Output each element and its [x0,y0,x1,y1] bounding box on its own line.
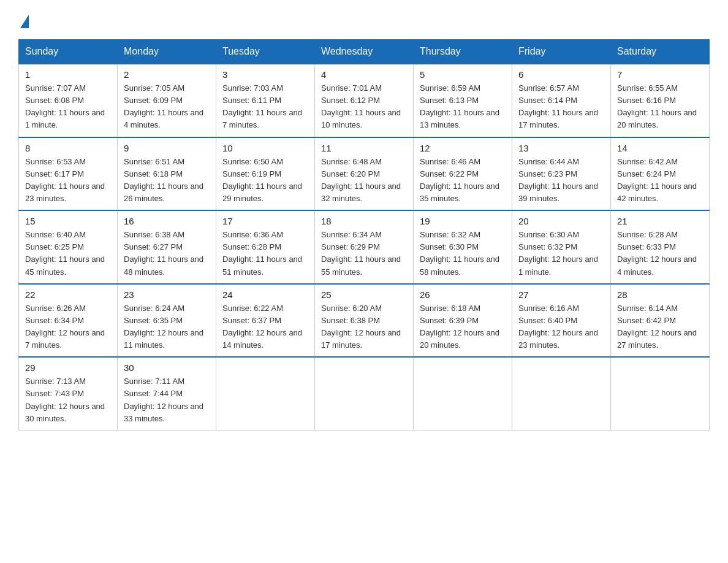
calendar-day-header: Tuesday [216,40,315,64]
day-info: Sunrise: 6:32 AMSunset: 6:30 PMDaylight:… [420,229,506,278]
day-number: 12 [420,143,506,153]
day-number: 14 [617,143,703,153]
day-info: Sunrise: 6:26 AMSunset: 6:34 PMDaylight:… [25,302,111,352]
day-info: Sunrise: 6:57 AMSunset: 6:14 PMDaylight:… [518,82,604,132]
day-number: 28 [617,289,703,300]
calendar-day-cell [512,357,611,430]
calendar-day-cell [216,357,315,430]
day-info: Sunrise: 6:30 AMSunset: 6:32 PMDaylight:… [518,229,604,278]
day-info: Sunrise: 6:24 AMSunset: 6:35 PMDaylight:… [124,302,210,352]
calendar-day-cell: 12 Sunrise: 6:46 AMSunset: 6:22 PMDaylig… [414,137,512,211]
calendar-day-cell: 29 Sunrise: 7:13 AMSunset: 7:43 PMDaylig… [19,357,118,430]
day-info: Sunrise: 7:01 AMSunset: 6:12 PMDaylight:… [321,82,407,132]
day-info: Sunrise: 6:51 AMSunset: 6:18 PMDaylight:… [124,156,210,205]
logo-triangle-icon [20,15,29,28]
calendar-day-cell: 11 Sunrise: 6:48 AMSunset: 6:20 PMDaylig… [315,137,414,211]
day-number: 17 [222,216,308,226]
day-number: 4 [321,69,407,80]
calendar-day-cell: 6 Sunrise: 6:57 AMSunset: 6:14 PMDayligh… [512,64,611,137]
day-info: Sunrise: 6:14 AMSunset: 6:42 PMDaylight:… [617,302,703,352]
day-info: Sunrise: 6:16 AMSunset: 6:40 PMDaylight:… [518,302,604,352]
day-info: Sunrise: 6:38 AMSunset: 6:27 PMDaylight:… [124,229,210,278]
day-number: 9 [124,143,210,153]
day-info: Sunrise: 6:18 AMSunset: 6:39 PMDaylight:… [420,302,506,352]
day-info: Sunrise: 7:03 AMSunset: 6:11 PMDaylight:… [222,82,308,132]
day-info: Sunrise: 6:50 AMSunset: 6:19 PMDaylight:… [222,156,308,205]
logo [18,12,29,28]
calendar-day-cell [414,357,512,430]
calendar-day-cell: 14 Sunrise: 6:42 AMSunset: 6:24 PMDaylig… [611,137,710,211]
calendar-day-cell: 2 Sunrise: 7:05 AMSunset: 6:09 PMDayligh… [118,64,216,137]
day-number: 22 [25,289,111,300]
day-number: 5 [420,69,506,80]
calendar-week-row: 29 Sunrise: 7:13 AMSunset: 7:43 PMDaylig… [19,357,710,430]
calendar-day-cell: 1 Sunrise: 7:07 AMSunset: 6:08 PMDayligh… [19,64,118,137]
day-number: 24 [222,289,308,300]
calendar-day-cell: 4 Sunrise: 7:01 AMSunset: 6:12 PMDayligh… [315,64,414,137]
day-info: Sunrise: 6:36 AMSunset: 6:28 PMDaylight:… [222,229,308,278]
calendar-day-cell: 28 Sunrise: 6:14 AMSunset: 6:42 PMDaylig… [611,284,710,358]
day-number: 16 [124,216,210,226]
calendar-day-cell: 30 Sunrise: 7:11 AMSunset: 7:44 PMDaylig… [118,357,216,430]
day-number: 1 [25,69,111,80]
day-number: 29 [25,362,111,373]
calendar-day-header: Friday [512,40,611,64]
calendar-day-cell: 19 Sunrise: 6:32 AMSunset: 6:30 PMDaylig… [414,210,512,284]
calendar-day-cell: 24 Sunrise: 6:22 AMSunset: 6:37 PMDaylig… [216,284,315,358]
day-info: Sunrise: 6:42 AMSunset: 6:24 PMDaylight:… [617,156,703,205]
calendar-day-header: Monday [118,40,216,64]
day-info: Sunrise: 6:22 AMSunset: 6:37 PMDaylight:… [222,302,308,352]
calendar-day-cell: 3 Sunrise: 7:03 AMSunset: 6:11 PMDayligh… [216,64,315,137]
calendar-day-cell: 16 Sunrise: 6:38 AMSunset: 6:27 PMDaylig… [118,210,216,284]
day-number: 18 [321,216,407,226]
day-info: Sunrise: 6:28 AMSunset: 6:33 PMDaylight:… [617,229,703,278]
day-number: 11 [321,143,407,153]
calendar-day-header: Thursday [414,40,512,64]
day-info: Sunrise: 6:44 AMSunset: 6:23 PMDaylight:… [518,156,604,205]
calendar-week-row: 22 Sunrise: 6:26 AMSunset: 6:34 PMDaylig… [19,284,710,358]
day-number: 7 [617,69,703,80]
calendar-day-cell: 15 Sunrise: 6:40 AMSunset: 6:25 PMDaylig… [19,210,118,284]
day-info: Sunrise: 7:07 AMSunset: 6:08 PMDaylight:… [25,82,111,132]
day-info: Sunrise: 6:59 AMSunset: 6:13 PMDaylight:… [420,82,506,132]
day-info: Sunrise: 6:48 AMSunset: 6:20 PMDaylight:… [321,156,407,205]
day-number: 10 [222,143,308,153]
calendar-header-row: SundayMondayTuesdayWednesdayThursdayFrid… [19,40,710,64]
calendar-day-cell: 17 Sunrise: 6:36 AMSunset: 6:28 PMDaylig… [216,210,315,284]
calendar-day-cell: 7 Sunrise: 6:55 AMSunset: 6:16 PMDayligh… [611,64,710,137]
calendar-day-header: Saturday [611,40,710,64]
calendar-week-row: 8 Sunrise: 6:53 AMSunset: 6:17 PMDayligh… [19,137,710,211]
calendar-week-row: 15 Sunrise: 6:40 AMSunset: 6:25 PMDaylig… [19,210,710,284]
day-number: 6 [518,69,604,80]
calendar-day-header: Sunday [19,40,118,64]
day-number: 20 [518,216,604,226]
day-info: Sunrise: 7:05 AMSunset: 6:09 PMDaylight:… [124,82,210,132]
day-number: 13 [518,143,604,153]
page-header [18,12,710,28]
day-number: 19 [420,216,506,226]
calendar-day-header: Wednesday [315,40,414,64]
calendar-day-cell: 10 Sunrise: 6:50 AMSunset: 6:19 PMDaylig… [216,137,315,211]
day-number: 2 [124,69,210,80]
day-info: Sunrise: 6:40 AMSunset: 6:25 PMDaylight:… [25,229,111,278]
day-number: 27 [518,289,604,300]
day-info: Sunrise: 6:53 AMSunset: 6:17 PMDaylight:… [25,156,111,205]
day-number: 23 [124,289,210,300]
calendar-day-cell: 20 Sunrise: 6:30 AMSunset: 6:32 PMDaylig… [512,210,611,284]
calendar-day-cell: 26 Sunrise: 6:18 AMSunset: 6:39 PMDaylig… [414,284,512,358]
calendar-day-cell: 5 Sunrise: 6:59 AMSunset: 6:13 PMDayligh… [414,64,512,137]
calendar-day-cell: 25 Sunrise: 6:20 AMSunset: 6:38 PMDaylig… [315,284,414,358]
calendar-day-cell: 23 Sunrise: 6:24 AMSunset: 6:35 PMDaylig… [118,284,216,358]
calendar-day-cell [611,357,710,430]
calendar-day-cell: 22 Sunrise: 6:26 AMSunset: 6:34 PMDaylig… [19,284,118,358]
calendar-day-cell: 21 Sunrise: 6:28 AMSunset: 6:33 PMDaylig… [611,210,710,284]
day-number: 26 [420,289,506,300]
calendar-week-row: 1 Sunrise: 7:07 AMSunset: 6:08 PMDayligh… [19,64,710,137]
day-info: Sunrise: 7:13 AMSunset: 7:43 PMDaylight:… [25,375,111,425]
calendar-day-cell: 13 Sunrise: 6:44 AMSunset: 6:23 PMDaylig… [512,137,611,211]
calendar-day-cell: 27 Sunrise: 6:16 AMSunset: 6:40 PMDaylig… [512,284,611,358]
calendar-day-cell [315,357,414,430]
day-info: Sunrise: 6:46 AMSunset: 6:22 PMDaylight:… [420,156,506,205]
calendar-day-cell: 9 Sunrise: 6:51 AMSunset: 6:18 PMDayligh… [118,137,216,211]
calendar-table: SundayMondayTuesdayWednesdayThursdayFrid… [18,39,710,431]
